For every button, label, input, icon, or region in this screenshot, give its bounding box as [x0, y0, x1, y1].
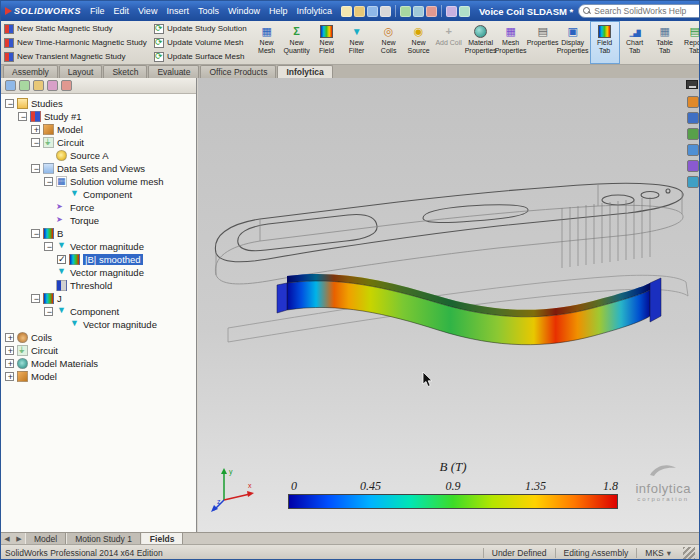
- collapse-toggle-icon[interactable]: [44, 307, 53, 316]
- tree-item-study-1[interactable]: Study #1: [3, 110, 196, 123]
- add-coil-button[interactable]: Add Coil: [434, 21, 464, 64]
- design-tree-icon[interactable]: [5, 80, 16, 91]
- menu-tools[interactable]: Tools: [194, 4, 223, 18]
- tree-item-component[interactable]: Component: [3, 188, 196, 201]
- tree-item-b-field[interactable]: B: [3, 227, 196, 240]
- dimxpert-icon[interactable]: [47, 80, 58, 91]
- new-coils-button[interactable]: New Coils: [374, 21, 404, 64]
- tab-scroll-right-icon[interactable]: [13, 535, 25, 543]
- new-mesh-button[interactable]: New Mesh: [252, 21, 282, 64]
- display-properties-button[interactable]: Display Properties: [558, 21, 588, 64]
- new-field-button[interactable]: New Field: [312, 21, 342, 64]
- collapse-toggle-icon[interactable]: [31, 229, 40, 238]
- tree-item-model-root[interactable]: Model: [3, 370, 196, 383]
- menu-view[interactable]: View: [134, 4, 161, 18]
- table-tab-button[interactable]: Table Tab: [650, 21, 680, 64]
- viewport-minimize-icon[interactable]: [686, 80, 698, 89]
- tree-item-coils[interactable]: Coils: [3, 331, 196, 344]
- update-volume-mesh-button[interactable]: Update Volume Mesh: [154, 36, 247, 49]
- checkbox-checked[interactable]: [57, 255, 66, 264]
- tree-item-j-vector-magnitude[interactable]: Vector magnitude: [3, 318, 196, 331]
- tab-layout[interactable]: Layout: [59, 65, 103, 78]
- task-pane-explorer-icon[interactable]: [687, 128, 699, 140]
- new-quantity-button[interactable]: New Quantity: [282, 21, 312, 64]
- collapse-toggle-icon[interactable]: [31, 138, 40, 147]
- undo-icon[interactable]: [400, 6, 411, 17]
- task-pane-view-palette-icon[interactable]: [687, 144, 699, 156]
- tree-item-threshold[interactable]: Threshold: [3, 279, 196, 292]
- resize-grip[interactable]: [683, 547, 695, 559]
- tree-item-solution-volume-mesh[interactable]: Solution volume mesh: [3, 175, 196, 188]
- tree-item-b-smoothed[interactable]: |B| smoothed: [3, 253, 196, 266]
- task-pane-library-icon[interactable]: [687, 112, 699, 124]
- menu-edit[interactable]: Edit: [110, 4, 134, 18]
- tab-evaluate[interactable]: Evaluate: [148, 65, 199, 78]
- tree-item-studies[interactable]: Studies: [3, 97, 196, 110]
- tree-item-j-component[interactable]: Component: [3, 305, 196, 318]
- chart-tab-button[interactable]: Chart Tab: [620, 21, 650, 64]
- field-tab-button[interactable]: Field Tab: [590, 21, 620, 64]
- appearance-icon[interactable]: [459, 6, 470, 17]
- update-study-solution-button[interactable]: Update Study Solution: [154, 22, 247, 35]
- bottom-tab-model[interactable]: Model: [25, 533, 66, 545]
- search-input[interactable]: [594, 6, 700, 16]
- display-manager-icon[interactable]: [61, 80, 72, 91]
- property-manager-icon[interactable]: [19, 80, 30, 91]
- tree-item-vector-magnitude[interactable]: Vector magnitude: [3, 240, 196, 253]
- task-pane-custom-props-icon[interactable]: [687, 176, 699, 188]
- configuration-manager-icon[interactable]: [33, 80, 44, 91]
- new-transient-magnetic-study-button[interactable]: New Transient Magnetic Study: [4, 50, 146, 63]
- tab-assembly[interactable]: Assembly: [3, 65, 58, 78]
- expand-toggle-icon[interactable]: [5, 372, 14, 381]
- expand-toggle-icon[interactable]: [31, 125, 40, 134]
- print-icon[interactable]: [380, 6, 391, 17]
- new-time-harmonic-magnetic-study-button[interactable]: New Time-Harmonic Magnetic Study: [4, 36, 146, 49]
- new-static-magnetic-study-button[interactable]: New Static Magnetic Study: [4, 22, 146, 35]
- tree-item-data-sets-and-views[interactable]: Data Sets and Views: [3, 162, 196, 175]
- task-pane-resources-icon[interactable]: [687, 96, 699, 108]
- tree-item-circuit[interactable]: Circuit: [3, 136, 196, 149]
- collapse-toggle-icon[interactable]: [18, 112, 27, 121]
- tab-office-products[interactable]: Office Products: [200, 65, 276, 78]
- menu-window[interactable]: Window: [224, 4, 264, 18]
- expand-toggle-icon[interactable]: [5, 346, 14, 355]
- menu-help[interactable]: Help: [265, 4, 292, 18]
- tree-item-force[interactable]: Force: [3, 201, 196, 214]
- save-icon[interactable]: [367, 6, 378, 17]
- report-tab-button[interactable]: Report Tab: [680, 21, 700, 64]
- tab-scroll-left-icon[interactable]: [1, 535, 13, 543]
- menu-infolytica[interactable]: Infolytica: [292, 4, 336, 18]
- tree-item-vector-magnitude-2[interactable]: Vector magnitude: [3, 266, 196, 279]
- menu-insert[interactable]: Insert: [162, 4, 193, 18]
- tree-item-model-materials[interactable]: Model Materials: [3, 357, 196, 370]
- tree-item-circuit-root[interactable]: Circuit: [3, 344, 196, 357]
- tab-sketch[interactable]: Sketch: [103, 65, 147, 78]
- collapse-toggle-icon[interactable]: [31, 294, 40, 303]
- bottom-tab-motion-study[interactable]: Motion Study 1: [66, 533, 141, 545]
- collapse-toggle-icon[interactable]: [5, 99, 14, 108]
- tree-item-j-field[interactable]: J: [3, 292, 196, 305]
- tab-infolytica[interactable]: Infolytica: [277, 65, 332, 78]
- options-icon[interactable]: [446, 6, 457, 17]
- update-surface-mesh-button[interactable]: Update Surface Mesh: [154, 50, 247, 63]
- tree-item-torque[interactable]: Torque: [3, 214, 196, 227]
- rebuild-icon[interactable]: [426, 6, 437, 17]
- status-units-dropdown[interactable]: MKS: [636, 548, 679, 558]
- collapse-toggle-icon[interactable]: [31, 164, 40, 173]
- collapse-toggle-icon[interactable]: [44, 242, 53, 251]
- search-box[interactable]: [578, 4, 700, 18]
- graphics-viewport[interactable]: B (T) 0 0.45 0.9 1.35 1.8 y x z: [198, 78, 700, 532]
- new-doc-icon[interactable]: [341, 6, 352, 17]
- collapse-toggle-icon[interactable]: [44, 177, 53, 186]
- mesh-properties-button[interactable]: Mesh Properties: [496, 21, 526, 64]
- tree-item-model[interactable]: Model: [3, 123, 196, 136]
- properties-button[interactable]: Properties: [528, 21, 558, 64]
- expand-toggle-icon[interactable]: [5, 359, 14, 368]
- bottom-tab-fields[interactable]: Fields: [141, 533, 184, 545]
- open-icon[interactable]: [354, 6, 365, 17]
- expand-toggle-icon[interactable]: [5, 333, 14, 342]
- new-filter-button[interactable]: New Filter: [342, 21, 372, 64]
- tree-item-source-a[interactable]: Source A: [3, 149, 196, 162]
- menu-file[interactable]: File: [86, 4, 109, 18]
- material-properties-button[interactable]: Material Properties: [466, 21, 496, 64]
